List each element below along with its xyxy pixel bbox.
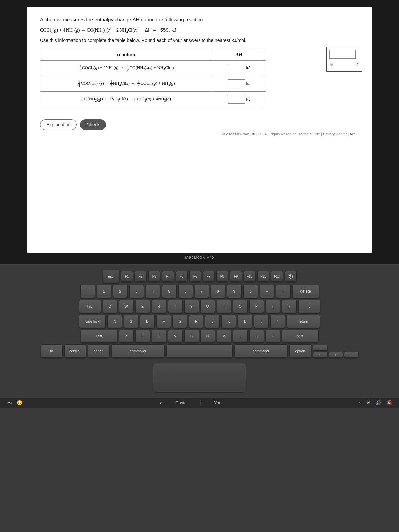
key-2[interactable]: 2	[113, 285, 128, 298]
right-arrow-key[interactable]: →	[344, 352, 359, 358]
down-arrow-key[interactable]: ↓	[329, 352, 343, 358]
option-key[interactable]: option	[88, 344, 110, 358]
comma-key[interactable]: ,	[233, 330, 248, 343]
f-key[interactable]: F	[156, 315, 171, 328]
dh-input-1[interactable]	[228, 64, 245, 72]
key-minus[interactable]: −	[260, 285, 274, 298]
c-key[interactable]: C	[152, 330, 166, 343]
dh-input-3[interactable]	[228, 95, 245, 104]
key-7[interactable]: 7	[195, 285, 209, 298]
kj-label-3: kJ	[246, 97, 251, 102]
ctrl-key[interactable]: control	[64, 344, 86, 358]
tab-key[interactable]: tab	[79, 300, 101, 313]
caps-key[interactable]: caps lock	[79, 315, 106, 328]
close-icon[interactable]: ✕	[329, 62, 333, 68]
bracket-open-key[interactable]: [	[266, 300, 280, 313]
s-key[interactable]: S	[124, 315, 138, 328]
r-key[interactable]: R	[152, 300, 166, 313]
key-8[interactable]: 8	[211, 285, 225, 298]
k-key[interactable]: K	[221, 315, 236, 328]
explanation-button[interactable]: Explanation	[40, 119, 77, 130]
p-key[interactable]: P	[249, 300, 264, 313]
m-key[interactable]: M	[217, 330, 231, 343]
f11-key[interactable]: F11	[257, 271, 269, 282]
w-key[interactable]: W	[119, 300, 134, 313]
key-5[interactable]: 5	[162, 285, 177, 298]
x-key[interactable]: X	[135, 330, 150, 343]
f6-key[interactable]: F6	[189, 271, 201, 282]
q-key[interactable]: Q	[103, 300, 117, 313]
key-9[interactable]: 9	[227, 285, 242, 298]
f2-key[interactable]: F2	[135, 271, 147, 282]
f1-key[interactable]: F1	[121, 271, 133, 282]
a-key[interactable]: A	[107, 315, 122, 328]
y-key[interactable]: Y	[184, 300, 199, 313]
settings-icon[interactable]: ✳	[366, 400, 370, 406]
i-key[interactable]: I	[217, 300, 231, 313]
key-3[interactable]: 3	[129, 285, 144, 298]
you-label[interactable]: You	[214, 400, 221, 405]
fn-key[interactable]: fn	[41, 344, 63, 358]
volume-icon[interactable]: 🔊	[376, 400, 381, 406]
delete-key[interactable]: delete	[292, 285, 319, 298]
costa-label[interactable]: Costa	[175, 400, 187, 405]
g-key[interactable]: G	[173, 315, 187, 328]
right-cmd-key[interactable]: command	[234, 344, 288, 358]
chevron-right-icon[interactable]: >	[160, 400, 162, 405]
f9-key[interactable]: F9	[230, 271, 242, 282]
key-1[interactable]: 1	[97, 285, 111, 298]
h-key[interactable]: H	[189, 315, 203, 328]
slash-key[interactable]: /	[266, 330, 280, 343]
period-key[interactable]: .	[249, 330, 264, 343]
backtick-key[interactable]: `	[80, 285, 95, 298]
esc-key[interactable]: esc	[103, 270, 119, 283]
dh-input-2[interactable]	[228, 79, 245, 88]
emoji-icon[interactable]: 😊	[17, 400, 22, 406]
refresh-icon[interactable]: ↺	[354, 61, 359, 68]
f8-key[interactable]: F8	[216, 271, 228, 282]
t-key[interactable]: T	[168, 300, 183, 313]
j-key[interactable]: J	[205, 315, 220, 328]
up-arrow-key[interactable]: ↑	[313, 345, 328, 351]
left-arrow-key[interactable]: ←	[313, 352, 328, 358]
backslash-key[interactable]: \	[298, 300, 320, 313]
f7-key[interactable]: F7	[203, 271, 215, 282]
chevron-left-icon[interactable]: <	[359, 400, 361, 406]
mute-icon[interactable]: 🔇	[387, 400, 392, 406]
key-equals[interactable]: =	[276, 285, 291, 298]
frac-1-2-a: 12	[79, 64, 82, 72]
key-6[interactable]: 6	[178, 285, 193, 298]
bracket-close-key[interactable]: ]	[282, 300, 297, 313]
d-key[interactable]: D	[140, 315, 155, 328]
left-cmd-key[interactable]: command	[111, 344, 165, 358]
power-key[interactable]: ⏻	[285, 271, 297, 282]
f5-key[interactable]: F5	[176, 271, 188, 282]
key-4[interactable]: 4	[146, 285, 160, 298]
f3-key[interactable]: F3	[148, 271, 160, 282]
col-header-reaction: reaction	[40, 49, 212, 60]
v-key[interactable]: V	[168, 330, 183, 343]
u-key[interactable]: U	[200, 300, 215, 313]
e-key[interactable]: E	[135, 300, 150, 313]
key-0[interactable]: 0	[243, 285, 258, 298]
check-button[interactable]: Check	[80, 119, 106, 130]
right-option-key[interactable]: option	[289, 344, 311, 358]
left-shift-key[interactable]: shift	[81, 330, 117, 343]
semicolon-key[interactable]: ;	[254, 315, 269, 328]
touchpad[interactable]	[153, 363, 246, 393]
z-key[interactable]: Z	[119, 330, 134, 343]
l-key[interactable]: L	[238, 315, 252, 328]
o-key[interactable]: O	[233, 300, 248, 313]
right-shift-key[interactable]: shift	[282, 330, 319, 343]
f4-key[interactable]: F4	[162, 271, 174, 282]
f12-key[interactable]: F12	[271, 271, 283, 282]
b-key[interactable]: B	[184, 330, 199, 343]
side-box-input[interactable]	[330, 51, 355, 58]
space-key[interactable]	[166, 344, 233, 358]
n-key[interactable]: N	[200, 330, 215, 343]
main-reaction-formula: COCl2(g) + 4 NH3(g) → CO(NH2)2(s) + 2 NH…	[40, 28, 137, 34]
f10-key[interactable]: F10	[244, 271, 256, 282]
zxcv-row: shift Z X C V B N M , . / shift	[81, 330, 319, 343]
quote-key[interactable]: '	[270, 315, 285, 328]
return-key[interactable]: return	[287, 315, 320, 328]
